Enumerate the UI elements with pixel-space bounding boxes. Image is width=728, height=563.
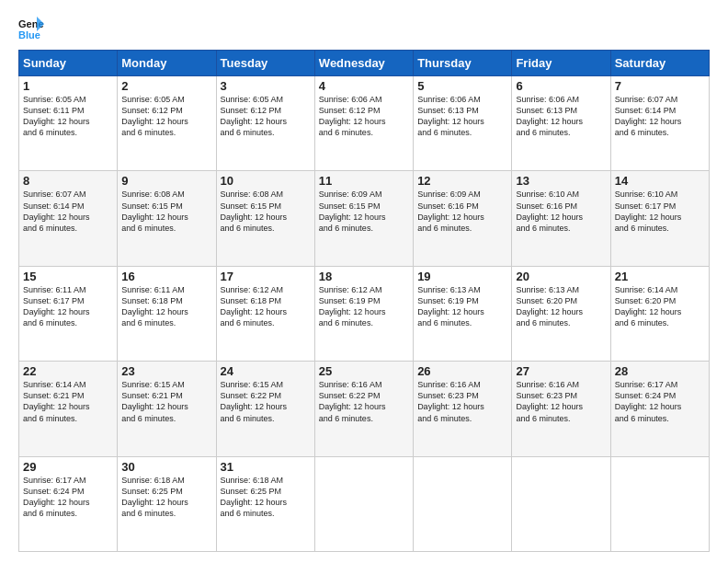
calendar-cell: 6Sunrise: 6:06 AM Sunset: 6:13 PM Daylig… [512, 76, 610, 171]
calendar-cell: 11Sunrise: 6:09 AM Sunset: 6:15 PM Dayli… [314, 171, 413, 266]
day-number: 4 [319, 79, 409, 93]
calendar-cell: 14Sunrise: 6:10 AM Sunset: 6:17 PM Dayli… [610, 171, 709, 266]
day-info: Sunrise: 6:07 AM Sunset: 6:14 PM Dayligh… [23, 189, 113, 234]
day-info: Sunrise: 6:16 AM Sunset: 6:23 PM Dayligh… [417, 379, 507, 424]
col-header-sunday: Sunday [19, 51, 118, 76]
calendar-cell: 5Sunrise: 6:06 AM Sunset: 6:13 PM Daylig… [414, 76, 512, 171]
calendar-cell: 7Sunrise: 6:07 AM Sunset: 6:14 PM Daylig… [610, 76, 709, 171]
calendar-cell: 27Sunrise: 6:16 AM Sunset: 6:23 PM Dayli… [512, 362, 610, 456]
day-info: Sunrise: 6:10 AM Sunset: 6:16 PM Dayligh… [516, 189, 606, 234]
calendar-cell: 30Sunrise: 6:18 AM Sunset: 6:25 PM Dayli… [118, 456, 216, 551]
logo-icon: General Blue [18, 15, 44, 40]
calendar-week-row: 1Sunrise: 6:05 AM Sunset: 6:11 PM Daylig… [19, 76, 710, 171]
col-header-monday: Monday [118, 51, 216, 76]
calendar-cell: 29Sunrise: 6:17 AM Sunset: 6:24 PM Dayli… [19, 456, 118, 551]
day-number: 28 [615, 364, 705, 378]
calendar-week-row: 8Sunrise: 6:07 AM Sunset: 6:14 PM Daylig… [19, 171, 710, 266]
day-info: Sunrise: 6:15 AM Sunset: 6:22 PM Dayligh… [221, 379, 311, 424]
col-header-friday: Friday [512, 51, 610, 76]
day-info: Sunrise: 6:14 AM Sunset: 6:21 PM Dayligh… [23, 379, 113, 424]
calendar-cell: 15Sunrise: 6:11 AM Sunset: 6:17 PM Dayli… [19, 266, 118, 361]
calendar-cell: 20Sunrise: 6:13 AM Sunset: 6:20 PM Dayli… [512, 266, 610, 361]
day-info: Sunrise: 6:05 AM Sunset: 6:11 PM Dayligh… [23, 94, 113, 139]
col-header-saturday: Saturday [610, 51, 709, 76]
calendar-cell: 18Sunrise: 6:12 AM Sunset: 6:19 PM Dayli… [314, 266, 413, 361]
day-number: 3 [221, 79, 311, 93]
day-number: 20 [516, 270, 606, 283]
calendar-cell [610, 456, 709, 551]
calendar-cell: 19Sunrise: 6:13 AM Sunset: 6:19 PM Dayli… [414, 266, 512, 361]
day-info: Sunrise: 6:18 AM Sunset: 6:25 PM Dayligh… [121, 475, 211, 520]
calendar-cell: 31Sunrise: 6:18 AM Sunset: 6:25 PM Dayli… [216, 456, 314, 551]
day-info: Sunrise: 6:06 AM Sunset: 6:13 PM Dayligh… [516, 94, 606, 139]
calendar-cell: 22Sunrise: 6:14 AM Sunset: 6:21 PM Dayli… [19, 362, 118, 456]
day-info: Sunrise: 6:17 AM Sunset: 6:24 PM Dayligh… [23, 475, 113, 520]
calendar-cell: 1Sunrise: 6:05 AM Sunset: 6:11 PM Daylig… [19, 76, 118, 171]
calendar-cell [314, 456, 413, 551]
day-info: Sunrise: 6:18 AM Sunset: 6:25 PM Dayligh… [221, 475, 311, 520]
day-number: 6 [516, 79, 606, 93]
calendar-cell: 10Sunrise: 6:08 AM Sunset: 6:15 PM Dayli… [216, 171, 314, 266]
page: General Blue SundayMondayTuesdayWednesda… [0, 0, 728, 563]
calendar-cell: 23Sunrise: 6:15 AM Sunset: 6:21 PM Dayli… [118, 362, 216, 456]
day-number: 19 [417, 270, 507, 283]
day-info: Sunrise: 6:17 AM Sunset: 6:24 PM Dayligh… [615, 379, 705, 424]
day-number: 16 [121, 270, 211, 283]
calendar-header-row: SundayMondayTuesdayWednesdayThursdayFrid… [19, 51, 710, 76]
calendar-cell: 3Sunrise: 6:05 AM Sunset: 6:12 PM Daylig… [216, 76, 314, 171]
day-info: Sunrise: 6:11 AM Sunset: 6:18 PM Dayligh… [121, 284, 211, 329]
calendar-cell: 9Sunrise: 6:08 AM Sunset: 6:15 PM Daylig… [118, 171, 216, 266]
day-info: Sunrise: 6:08 AM Sunset: 6:15 PM Dayligh… [221, 189, 311, 234]
day-info: Sunrise: 6:07 AM Sunset: 6:14 PM Dayligh… [615, 94, 705, 139]
calendar-cell [512, 456, 610, 551]
day-number: 2 [121, 79, 211, 93]
day-info: Sunrise: 6:12 AM Sunset: 6:19 PM Dayligh… [319, 284, 409, 329]
day-number: 22 [23, 364, 113, 378]
day-info: Sunrise: 6:09 AM Sunset: 6:15 PM Dayligh… [319, 189, 409, 234]
calendar-cell: 4Sunrise: 6:06 AM Sunset: 6:12 PM Daylig… [314, 76, 413, 171]
day-number: 29 [23, 460, 113, 474]
day-number: 9 [121, 174, 211, 188]
col-header-wednesday: Wednesday [314, 51, 413, 76]
day-number: 25 [319, 364, 409, 378]
day-info: Sunrise: 6:09 AM Sunset: 6:16 PM Dayligh… [417, 189, 507, 234]
calendar-cell: 8Sunrise: 6:07 AM Sunset: 6:14 PM Daylig… [19, 171, 118, 266]
col-header-thursday: Thursday [414, 51, 512, 76]
day-number: 12 [417, 174, 507, 188]
svg-text:Blue: Blue [18, 29, 40, 40]
day-number: 14 [615, 174, 705, 188]
day-number: 23 [121, 364, 211, 378]
day-number: 7 [615, 79, 705, 93]
day-info: Sunrise: 6:16 AM Sunset: 6:22 PM Dayligh… [319, 379, 409, 424]
col-header-tuesday: Tuesday [216, 51, 314, 76]
day-number: 30 [121, 460, 211, 474]
day-number: 8 [23, 174, 113, 188]
calendar-week-row: 15Sunrise: 6:11 AM Sunset: 6:17 PM Dayli… [19, 266, 710, 361]
day-number: 1 [23, 79, 113, 93]
day-number: 27 [516, 364, 606, 378]
day-info: Sunrise: 6:06 AM Sunset: 6:12 PM Dayligh… [319, 94, 409, 139]
day-info: Sunrise: 6:08 AM Sunset: 6:15 PM Dayligh… [121, 189, 211, 234]
header: General Blue [18, 15, 710, 40]
day-info: Sunrise: 6:14 AM Sunset: 6:20 PM Dayligh… [615, 284, 705, 329]
day-number: 26 [417, 364, 507, 378]
calendar-cell: 24Sunrise: 6:15 AM Sunset: 6:22 PM Dayli… [216, 362, 314, 456]
day-number: 31 [221, 460, 311, 474]
calendar-cell: 16Sunrise: 6:11 AM Sunset: 6:18 PM Dayli… [118, 266, 216, 361]
day-info: Sunrise: 6:16 AM Sunset: 6:23 PM Dayligh… [516, 379, 606, 424]
logo: General Blue [18, 15, 48, 40]
day-info: Sunrise: 6:13 AM Sunset: 6:19 PM Dayligh… [417, 284, 507, 329]
calendar-cell: 21Sunrise: 6:14 AM Sunset: 6:20 PM Dayli… [610, 266, 709, 361]
day-number: 17 [221, 270, 311, 283]
calendar-cell [414, 456, 512, 551]
day-number: 5 [417, 79, 507, 93]
day-info: Sunrise: 6:13 AM Sunset: 6:20 PM Dayligh… [516, 284, 606, 329]
calendar-cell: 12Sunrise: 6:09 AM Sunset: 6:16 PM Dayli… [414, 171, 512, 266]
day-info: Sunrise: 6:12 AM Sunset: 6:18 PM Dayligh… [221, 284, 311, 329]
calendar-cell: 26Sunrise: 6:16 AM Sunset: 6:23 PM Dayli… [414, 362, 512, 456]
day-number: 10 [221, 174, 311, 188]
day-number: 11 [319, 174, 409, 188]
day-number: 21 [615, 270, 705, 283]
day-number: 18 [319, 270, 409, 283]
calendar-cell: 25Sunrise: 6:16 AM Sunset: 6:22 PM Dayli… [314, 362, 413, 456]
